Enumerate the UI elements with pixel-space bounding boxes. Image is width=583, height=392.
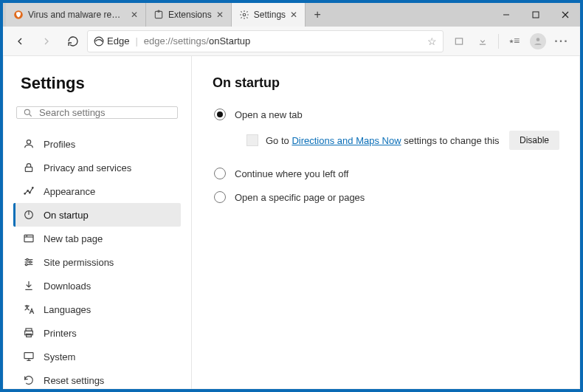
page-heading: On startup xyxy=(213,75,559,91)
sidebar-item-system[interactable]: System xyxy=(13,345,181,368)
reset-icon xyxy=(23,374,35,386)
svg-rect-14 xyxy=(25,167,32,171)
svg-point-10 xyxy=(537,38,540,41)
edge-icon: Edge xyxy=(94,35,129,47)
sidebar-item-label: Privacy and services xyxy=(44,162,131,173)
settings-main: On startup Open a new tab Go to Directio… xyxy=(192,56,580,389)
sidebar-item-label: Site permissions xyxy=(44,257,114,268)
sidebar-item-languages[interactable]: Languages xyxy=(13,298,181,321)
minimize-button[interactable] xyxy=(491,3,521,27)
sidebar-item-label: System xyxy=(44,351,75,362)
lock-icon xyxy=(23,162,35,173)
new-tab-button[interactable]: + xyxy=(306,3,329,27)
sliders-icon xyxy=(23,256,35,268)
refresh-button[interactable] xyxy=(61,30,86,53)
toolbar: Edge | edge://settings/onStartup ☆ ⭑≡ ··… xyxy=(3,27,580,56)
svg-rect-5 xyxy=(533,12,539,18)
tab-title: Extensions xyxy=(168,10,212,20)
sidebar-item-on-startup[interactable]: On startup xyxy=(13,203,181,227)
sidebar-item-printers[interactable]: Printers xyxy=(13,321,181,345)
tab-title: Settings xyxy=(254,10,286,20)
window-controls xyxy=(491,3,580,27)
svg-point-29 xyxy=(25,264,27,266)
search-input[interactable] xyxy=(39,107,171,118)
download-icon[interactable] xyxy=(472,30,494,52)
profile-avatar[interactable] xyxy=(527,30,549,52)
svg-point-15 xyxy=(24,193,26,195)
svg-point-17 xyxy=(30,192,31,193)
tab-item-active[interactable]: Settings ✕ xyxy=(232,3,306,27)
sidebar-item-new-tab-page[interactable]: New tab page xyxy=(13,227,181,250)
profile-icon xyxy=(23,138,35,150)
sidebar-nav: ProfilesPrivacy and servicesAppearanceOn… xyxy=(13,132,181,389)
content-area: Settings ProfilesPrivacy and servicesApp… xyxy=(3,56,580,389)
radio-label: Open a new tab xyxy=(235,109,303,120)
separator: | xyxy=(135,35,137,47)
radio-continue[interactable]: Continue where you left off xyxy=(213,162,559,185)
svg-rect-33 xyxy=(24,353,33,359)
radio-specific-pages[interactable]: Open a specific page or pages xyxy=(213,185,559,209)
sidebar-item-reset-settings[interactable]: Reset settings xyxy=(13,368,181,389)
tab-item[interactable]: Extensions ✕ xyxy=(146,3,232,27)
extension-override-notice: Go to Directions and Maps Now settings t… xyxy=(213,126,559,162)
close-window-button[interactable] xyxy=(551,3,580,27)
forward-button[interactable] xyxy=(34,30,59,53)
system-icon xyxy=(23,351,35,362)
address-bar[interactable]: Edge | edge://settings/onStartup ☆ xyxy=(87,30,444,52)
sidebar-item-profiles[interactable]: Profiles xyxy=(13,132,181,156)
svg-point-3 xyxy=(243,13,246,16)
newtab-icon xyxy=(23,233,35,244)
sidebar-item-site-permissions[interactable]: Site permissions xyxy=(13,250,181,274)
shield-icon xyxy=(13,10,24,20)
radio-icon xyxy=(214,109,226,120)
svg-line-12 xyxy=(30,114,32,116)
download-icon xyxy=(23,280,35,292)
svg-point-13 xyxy=(27,140,30,144)
settings-sidebar: Settings ProfilesPrivacy and servicesApp… xyxy=(3,56,192,389)
browser-window: Virus and malware removal instr ✕ Extens… xyxy=(3,3,580,389)
url-text: edge://settings/onStartup xyxy=(144,35,421,47)
radio-label: Continue where you left off xyxy=(235,168,348,179)
gear-icon xyxy=(239,10,249,20)
sidebar-item-downloads[interactable]: Downloads xyxy=(13,274,181,298)
sidebar-item-appearance[interactable]: Appearance xyxy=(13,179,181,203)
extension-icon xyxy=(246,134,258,146)
sidebar-item-label: Printers xyxy=(44,328,77,339)
menu-button[interactable]: ··· xyxy=(551,30,573,52)
search-icon xyxy=(23,108,33,118)
svg-rect-21 xyxy=(24,235,33,241)
svg-point-28 xyxy=(30,261,32,264)
svg-point-27 xyxy=(27,258,29,261)
reading-icon[interactable] xyxy=(448,30,470,52)
sidebar-item-label: Appearance xyxy=(44,186,95,197)
favorites-icon[interactable]: ⭑≡ xyxy=(503,30,525,52)
toolbar-divider xyxy=(498,34,499,49)
disable-button[interactable]: Disable xyxy=(509,131,559,150)
radio-icon xyxy=(214,191,226,203)
favorite-icon[interactable]: ☆ xyxy=(427,35,437,47)
puzzle-icon xyxy=(153,10,164,20)
search-settings[interactable] xyxy=(16,106,178,119)
sidebar-title: Settings xyxy=(13,74,181,93)
svg-rect-32 xyxy=(27,334,32,337)
engine-label: Edge xyxy=(107,35,129,47)
sidebar-item-label: New tab page xyxy=(44,233,103,244)
back-button[interactable] xyxy=(7,30,32,53)
svg-rect-9 xyxy=(455,38,462,44)
sidebar-item-label: Profiles xyxy=(44,139,75,150)
notice-text: Go to Directions and Maps Now settings t… xyxy=(266,135,500,146)
sidebar-item-privacy-and-services[interactable]: Privacy and services xyxy=(13,156,181,179)
radio-icon xyxy=(214,168,226,179)
extension-link[interactable]: Directions and Maps Now xyxy=(292,135,401,146)
close-icon[interactable]: ✕ xyxy=(290,10,297,19)
close-icon[interactable]: ✕ xyxy=(131,10,138,19)
radio-open-new-tab[interactable]: Open a new tab xyxy=(213,103,559,126)
power-icon xyxy=(23,209,35,221)
close-icon[interactable]: ✕ xyxy=(216,10,224,19)
maximize-button[interactable] xyxy=(521,3,551,27)
radio-label: Open a specific page or pages xyxy=(235,192,365,203)
tab-title: Virus and malware removal instr xyxy=(28,10,126,20)
sidebar-item-label: Languages xyxy=(44,304,91,315)
svg-point-11 xyxy=(24,109,30,114)
tab-item[interactable]: Virus and malware removal instr ✕ xyxy=(6,3,146,27)
